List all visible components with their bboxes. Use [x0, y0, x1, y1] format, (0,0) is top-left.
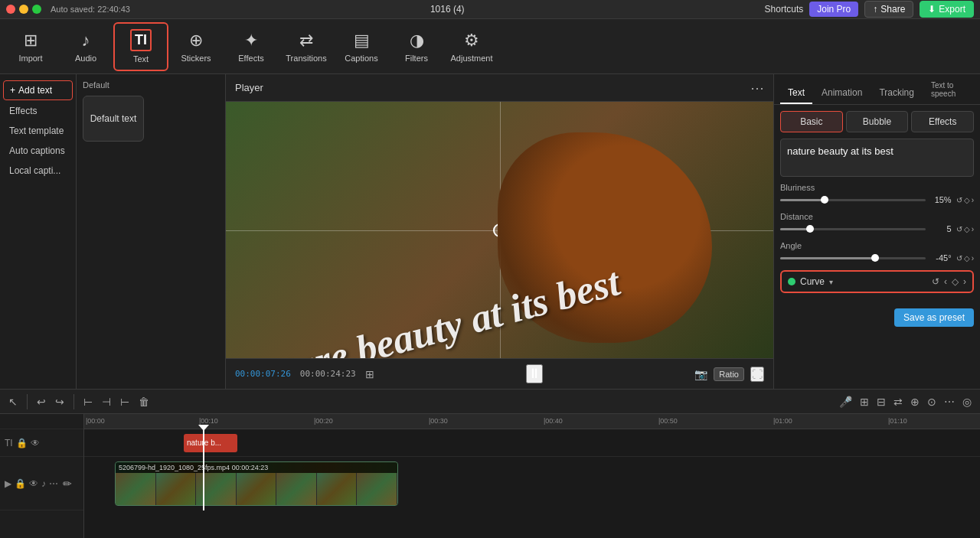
text-clip[interactable]: nature b...	[184, 434, 237, 452]
trim-right-button[interactable]: ⊢	[118, 393, 132, 410]
captions-icon: ▤	[354, 31, 370, 51]
video-track-icon: ▶	[5, 478, 11, 489]
curve-keyframe-button[interactable]: ◇	[952, 276, 959, 287]
video-thumb-7	[357, 473, 397, 505]
transition-button[interactable]: ⇄	[891, 393, 905, 410]
bluriness-keyframe-button[interactable]: ◇	[964, 196, 970, 204]
sidebar-item-local-captions[interactable]: Local capti...	[3, 161, 73, 180]
tab-animation[interactable]: Animation	[814, 83, 870, 104]
mic-button[interactable]: 🎤	[837, 393, 854, 410]
bluriness-reset-button[interactable]: ↺	[956, 196, 962, 204]
grid-icon[interactable]: ⊞	[365, 368, 374, 380]
distance-keyframe-button[interactable]: ◇	[964, 225, 970, 233]
bluriness-nav-button[interactable]: ›	[972, 196, 974, 204]
curve-undo-button[interactable]: ↺	[932, 276, 939, 287]
delete-button[interactable]: 🗑	[136, 393, 152, 410]
angle-thumb[interactable]	[871, 254, 879, 262]
ruler-mark-40: |00:40	[544, 417, 563, 425]
export-button[interactable]: ⬇ Export	[920, 1, 974, 18]
close-button[interactable]	[6, 5, 15, 14]
camera-icon[interactable]: 📷	[694, 368, 707, 380]
video-track-row: 5206799-hd_1920_1080_25fps.mp4 00:00:24:…	[84, 457, 980, 510]
sidebar-item-text-template[interactable]: Text template	[3, 122, 73, 140]
export-icon: ⬇	[928, 4, 936, 15]
player-menu-icon[interactable]: ⋯	[750, 80, 764, 96]
angle-keyframe-button[interactable]: ◇	[964, 254, 970, 262]
shortcuts-button[interactable]: Shortcuts	[765, 4, 804, 15]
sidebar-local-captions-label: Local capti...	[9, 165, 60, 176]
tab-text-to-speech[interactable]: Text to speech	[923, 77, 974, 104]
auto-button[interactable]: ⊕	[908, 393, 922, 410]
toolbar-import[interactable]: ⊞ Import	[3, 22, 58, 71]
style-bubble-button[interactable]: Bubble	[846, 111, 909, 132]
add-text-button[interactable]: + Add text	[3, 80, 73, 100]
angle-reset-button[interactable]: ↺	[956, 254, 962, 262]
bluriness-controls: ↺ ◇ ›	[956, 196, 974, 204]
curve-prev-button[interactable]: ‹	[944, 276, 947, 287]
maximize-button[interactable]	[32, 5, 41, 14]
text-icon: TI	[130, 29, 152, 51]
video-lock-icon[interactable]: 🔒	[15, 478, 26, 489]
ruler-bar: |00:00 |00:10 |00:20 |00:30 |00:40 |00:5…	[84, 414, 980, 429]
curve-next-button[interactable]: ›	[963, 276, 966, 287]
trim-left-button[interactable]: ⊣	[100, 393, 113, 410]
video-more-icon[interactable]: ⋯	[49, 478, 58, 489]
toolbar-captions[interactable]: ▤ Captions	[334, 22, 389, 71]
toolbar-audio[interactable]: ♪ Audio	[58, 22, 113, 71]
distance-nav-button[interactable]: ›	[972, 225, 974, 233]
timeline-toolbar: ↖ ↩ ↪ ⊢ ⊣ ⊢ 🗑 🎤 ⊞ ⊟ ⇄ ⊕ ⊙ ⋯ ◎	[0, 390, 980, 414]
fullscreen-button[interactable]: ⛶	[750, 367, 764, 382]
toolbar-adjustment[interactable]: ⚙ Adjustment	[444, 22, 499, 71]
join-pro-button[interactable]: Join Pro	[809, 2, 858, 17]
tab-tracking[interactable]: Tracking	[871, 83, 922, 104]
settings-button[interactable]: ◎	[960, 393, 974, 410]
split-button[interactable]: ⊢	[81, 393, 95, 410]
distance-thumb[interactable]	[806, 225, 814, 233]
speed-button[interactable]: ⊙	[925, 393, 939, 410]
edit-icon[interactable]: ✏	[63, 478, 72, 490]
default-text-card[interactable]: Default text	[83, 96, 144, 142]
distance-track[interactable]	[780, 228, 926, 230]
angle-nav-button[interactable]: ›	[972, 254, 974, 262]
ruler-mark-0: |00:00	[86, 417, 105, 425]
angle-track[interactable]	[780, 257, 926, 259]
bluriness-track[interactable]	[780, 199, 926, 201]
redo-button[interactable]: ↪	[53, 393, 67, 410]
video-eye-icon[interactable]: 👁	[29, 478, 38, 489]
sidebar-item-effects[interactable]: Effects	[3, 102, 73, 120]
curve-chevron-icon: ▾	[829, 278, 833, 286]
video-audio-icon[interactable]: ♪	[41, 478, 46, 489]
curve-active-indicator	[788, 278, 795, 285]
tab-text[interactable]: Text	[780, 83, 812, 104]
video-mode-button[interactable]: ⊞	[858, 393, 871, 410]
ratio-button[interactable]: Ratio	[714, 367, 744, 381]
toolbar-filters[interactable]: ◑ Filters	[389, 22, 444, 71]
more-button[interactable]: ⋯	[942, 393, 957, 410]
style-basic-button[interactable]: Basic	[780, 111, 843, 132]
text-eye-icon[interactable]: 👁	[31, 438, 40, 448]
text-lock-icon[interactable]: 🔒	[16, 438, 28, 448]
traffic-lights	[6, 5, 41, 14]
toolbar-text[interactable]: TI Text	[113, 22, 168, 71]
bluriness-thumb[interactable]	[821, 196, 828, 204]
video-clip[interactable]: 5206799-hd_1920_1080_25fps.mp4 00:00:24:…	[115, 461, 398, 506]
scene-button[interactable]: ⊟	[874, 393, 888, 410]
distance-reset-button[interactable]: ↺	[956, 225, 962, 233]
playhead[interactable]	[203, 429, 204, 510]
sidebar-item-auto-captions[interactable]: Auto captions	[3, 142, 73, 160]
undo-button[interactable]: ↩	[34, 393, 48, 410]
default-label: Default	[83, 80, 219, 90]
save-preset-button[interactable]: Save as preset	[894, 308, 974, 327]
timeline-right-tools: 🎤 ⊞ ⊟ ⇄ ⊕ ⊙ ⋯ ◎	[837, 393, 974, 410]
text-preview-box[interactable]: nature beauty at its best	[780, 139, 974, 177]
angle-section: Angle -45° ↺ ◇ ›	[780, 241, 974, 262]
toolbar-transitions[interactable]: ⇄ Transitions	[279, 22, 334, 71]
toolbar-stickers[interactable]: ⊕ Stickers	[168, 22, 224, 71]
toolbar-effects[interactable]: ✦ Effects	[224, 22, 279, 71]
ruler-mark-20: |00:20	[314, 417, 333, 425]
minimize-button[interactable]	[19, 5, 28, 14]
style-effects-button[interactable]: Effects	[911, 111, 974, 132]
select-tool-button[interactable]: ↖	[6, 393, 20, 410]
share-button[interactable]: ↑ Share	[864, 1, 913, 18]
play-pause-button[interactable]: ⏸	[526, 364, 543, 383]
